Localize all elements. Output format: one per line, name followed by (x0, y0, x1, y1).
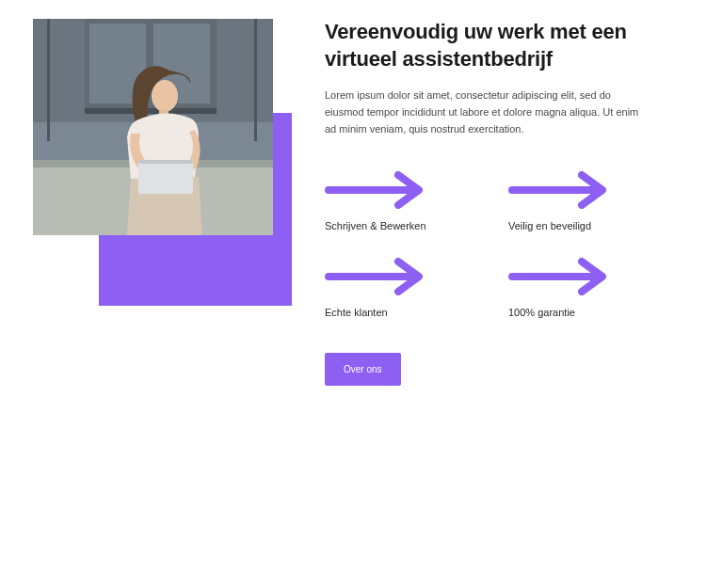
feature-label: Echte klanten (325, 307, 489, 318)
body-text: Lorem ipsum dolor sit amet, consectetur … (325, 87, 645, 137)
svg-rect-5 (85, 108, 217, 114)
page-heading: Vereenvoudig uw werk met een virtueel as… (325, 19, 673, 72)
svg-rect-6 (47, 19, 50, 141)
page-container: Vereenvoudig uw werk met een virtueel as… (0, 0, 706, 405)
feature-item: Echte klanten (325, 258, 489, 318)
feature-label: Schrijven & Bewerken (325, 220, 489, 231)
svg-point-10 (152, 80, 178, 112)
feature-label: 100% garantie (508, 307, 673, 318)
svg-rect-13 (138, 160, 193, 164)
svg-rect-12 (138, 160, 193, 194)
features-grid: Schrijven & Bewerken Veilig en beveiligd (325, 171, 673, 318)
feature-label: Veilig en beveiligd (508, 220, 673, 231)
arrow-right-icon (508, 258, 621, 295)
arrow-right-icon (325, 171, 438, 209)
hero-image (33, 19, 273, 235)
about-button[interactable]: Over ons (325, 353, 401, 386)
svg-rect-7 (254, 19, 257, 141)
right-column: Vereenvoudig uw werk met een virtueel as… (325, 19, 673, 386)
arrow-right-icon (508, 171, 621, 209)
feature-item: Veilig en beveiligd (508, 171, 673, 231)
left-column (33, 19, 297, 282)
arrow-right-icon (325, 258, 438, 295)
feature-item: 100% garantie (508, 258, 673, 318)
feature-item: Schrijven & Bewerken (325, 171, 489, 231)
